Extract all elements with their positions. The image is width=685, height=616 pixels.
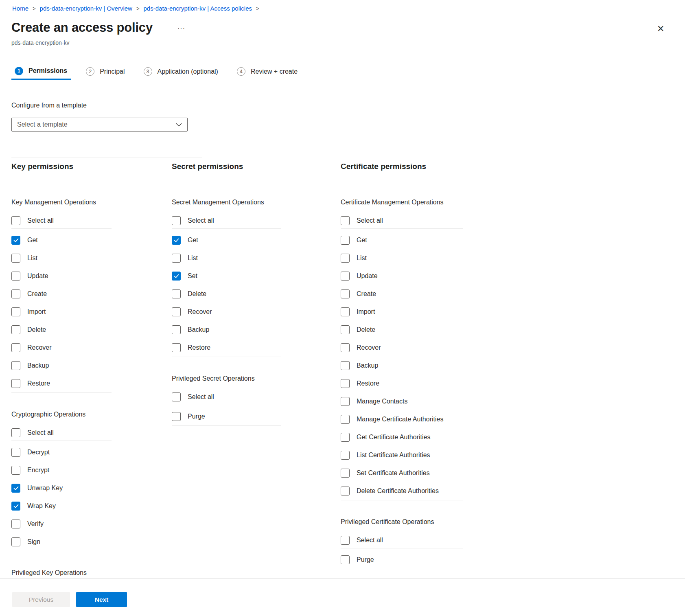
checkbox-update[interactable]	[11, 272, 20, 281]
permission-row-list-certificate-authorities[interactable]: List Certificate Authorities	[341, 446, 463, 464]
checkbox-sign[interactable]	[11, 537, 20, 546]
permission-row-purge[interactable]: Purge	[172, 408, 281, 425]
permission-row-backup[interactable]: Backup	[11, 357, 112, 375]
checkbox-recover[interactable]	[341, 343, 350, 352]
checkbox-recover[interactable]	[11, 343, 20, 352]
select-all-row[interactable]: Select all	[172, 389, 281, 405]
permission-row-sign[interactable]: Sign	[11, 533, 112, 551]
select-all-checkbox[interactable]	[11, 428, 20, 437]
select-all-row[interactable]: Select all	[11, 213, 112, 228]
checkbox-restore[interactable]	[341, 379, 350, 388]
close-button[interactable]: ✕	[654, 23, 667, 35]
permission-row-delete[interactable]: Delete	[172, 285, 281, 303]
permission-row-get[interactable]: Get	[11, 231, 112, 249]
checkbox-list[interactable]	[341, 254, 350, 263]
permission-row-create[interactable]: Create	[341, 285, 463, 303]
checkbox-get[interactable]	[11, 236, 20, 245]
checkbox-manage-contacts[interactable]	[341, 397, 350, 406]
checkbox-decrypt[interactable]	[11, 448, 20, 457]
permission-row-restore[interactable]: Restore	[341, 375, 463, 392]
select-all-row[interactable]: Select all	[172, 213, 281, 228]
permission-row-list[interactable]: List	[341, 249, 463, 267]
breadcrumb-link-pds-data-encryption-kv[interactable]: pds-data-encryption-kv | Overview	[40, 5, 132, 12]
permission-row-update[interactable]: Update	[11, 267, 112, 285]
next-button[interactable]: Next	[76, 592, 127, 607]
checkbox-backup[interactable]	[11, 361, 20, 370]
tab-permissions[interactable]: 1Permissions	[11, 63, 71, 80]
checkbox-encrypt[interactable]	[11, 466, 20, 475]
permission-row-encrypt[interactable]: Encrypt	[11, 461, 112, 479]
checkbox-delete-certificate-authorities[interactable]	[341, 487, 350, 495]
permission-row-verify[interactable]: Verify	[11, 515, 112, 533]
breadcrumb-link-home[interactable]: Home	[12, 5, 28, 12]
permission-row-recover[interactable]: Recover	[11, 339, 112, 357]
checkbox-import[interactable]	[341, 307, 350, 316]
checkbox-create[interactable]	[11, 289, 20, 298]
select-all-checkbox[interactable]	[341, 216, 350, 225]
checkbox-restore[interactable]	[172, 343, 181, 352]
checkbox-get[interactable]	[172, 236, 181, 245]
select-all-row[interactable]: Select all	[341, 533, 463, 548]
permission-row-backup[interactable]: Backup	[341, 357, 463, 375]
permission-row-import[interactable]: Import	[341, 303, 463, 321]
checkbox-backup[interactable]	[341, 361, 350, 370]
select-all-checkbox[interactable]	[341, 536, 350, 545]
permission-row-backup[interactable]: Backup	[172, 321, 281, 339]
permission-row-recover[interactable]: Recover	[172, 303, 281, 321]
permission-row-delete[interactable]: Delete	[341, 321, 463, 339]
permission-row-create[interactable]: Create	[11, 285, 112, 303]
previous-button[interactable]: Previous	[12, 592, 70, 607]
checkbox-get-certificate-authorities[interactable]	[341, 433, 350, 442]
permission-row-manage-contacts[interactable]: Manage Contacts	[341, 392, 463, 410]
permission-row-purge[interactable]: Purge	[341, 551, 463, 569]
permission-row-update[interactable]: Update	[341, 267, 463, 285]
checkbox-manage-certificate-authorities[interactable]	[341, 415, 350, 424]
checkbox-import[interactable]	[11, 307, 20, 316]
permission-row-restore[interactable]: Restore	[11, 375, 112, 392]
checkbox-restore[interactable]	[11, 379, 20, 388]
permission-row-get[interactable]: Get	[341, 231, 463, 249]
checkbox-verify[interactable]	[11, 520, 20, 528]
checkbox-purge[interactable]	[341, 555, 350, 564]
permission-row-set-certificate-authorities[interactable]: Set Certificate Authorities	[341, 464, 463, 482]
checkbox-update[interactable]	[341, 272, 350, 281]
select-all-checkbox[interactable]	[11, 216, 20, 225]
permission-row-get[interactable]: Get	[172, 231, 281, 249]
permission-row-wrap-key[interactable]: Wrap Key	[11, 497, 112, 515]
checkbox-purge[interactable]	[172, 412, 181, 421]
permission-row-import[interactable]: Import	[11, 303, 112, 321]
permission-row-set[interactable]: Set	[172, 267, 281, 285]
permission-row-get-certificate-authorities[interactable]: Get Certificate Authorities	[341, 428, 463, 446]
permission-row-restore[interactable]: Restore	[172, 339, 281, 357]
tab-principal[interactable]: 2Principal	[83, 63, 129, 80]
checkbox-set-certificate-authorities[interactable]	[341, 469, 350, 478]
checkbox-get[interactable]	[341, 236, 350, 245]
select-all-row[interactable]: Select all	[341, 213, 463, 228]
checkbox-list[interactable]	[172, 254, 181, 263]
select-all-checkbox[interactable]	[172, 392, 181, 401]
checkbox-delete[interactable]	[172, 289, 181, 298]
checkbox-list-certificate-authorities[interactable]	[341, 451, 350, 460]
select-all-row[interactable]: Select all	[11, 425, 112, 441]
permission-row-delete-certificate-authorities[interactable]: Delete Certificate Authorities	[341, 482, 463, 500]
checkbox-backup[interactable]	[172, 325, 181, 334]
template-select[interactable]: Select a template	[11, 118, 188, 132]
checkbox-delete[interactable]	[11, 325, 20, 334]
permission-row-delete[interactable]: Delete	[11, 321, 112, 339]
permission-row-list[interactable]: List	[11, 249, 112, 267]
checkbox-delete[interactable]	[341, 325, 350, 334]
checkbox-set[interactable]	[172, 272, 181, 281]
permission-row-manage-certificate-authorities[interactable]: Manage Certificate Authorities	[341, 410, 463, 428]
checkbox-wrap-key[interactable]	[11, 502, 20, 511]
permission-row-recover[interactable]: Recover	[341, 339, 463, 357]
checkbox-create[interactable]	[341, 289, 350, 298]
breadcrumb-link-pds-data-encryption-kv[interactable]: pds-data-encryption-kv | Access policies	[144, 5, 252, 12]
checkbox-unwrap-key[interactable]	[11, 484, 20, 493]
permission-row-unwrap-key[interactable]: Unwrap Key	[11, 479, 112, 497]
tab-application-optional[interactable]: 3Application (optional)	[140, 63, 222, 80]
permission-row-list[interactable]: List	[172, 249, 281, 267]
tab-review-create[interactable]: 4Review + create	[234, 63, 302, 80]
more-options-button[interactable]: ···	[175, 24, 188, 33]
select-all-checkbox[interactable]	[172, 216, 181, 225]
checkbox-recover[interactable]	[172, 307, 181, 316]
